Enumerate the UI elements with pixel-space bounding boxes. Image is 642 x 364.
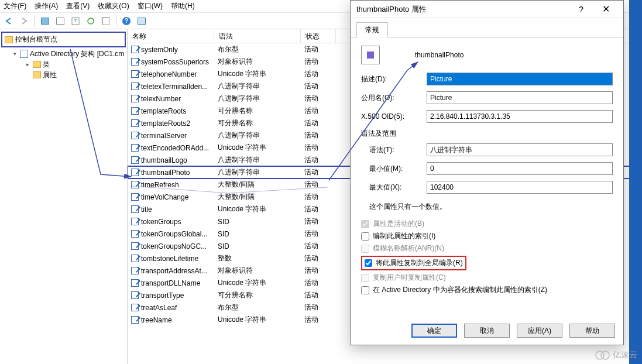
attribute-icon [131, 267, 139, 274]
checkbox-container-index[interactable] [361, 286, 369, 294]
cancel-button[interactable]: 取消 [464, 324, 510, 338]
check-index[interactable]: 编制此属性的索引(I) [361, 230, 613, 242]
back-button[interactable] [2, 15, 16, 28]
refresh-button[interactable] [84, 15, 98, 28]
attribute-icon [131, 144, 139, 152]
col-name[interactable]: 名称 [128, 29, 214, 43]
export-button[interactable] [68, 15, 83, 28]
check-active: 属性是活动的(B) [361, 218, 613, 230]
tree-classes[interactable]: ▸ 类 [1, 59, 126, 70]
close-icon[interactable]: ✕ [594, 2, 617, 16]
menu-help[interactable]: 帮助(H) [171, 1, 195, 11]
svg-point-3 [601, 351, 609, 359]
tree-classes-label: 类 [43, 60, 50, 70]
tree-attrs-label: 属性 [43, 70, 57, 80]
attribute-icon [131, 291, 139, 299]
ok-button[interactable]: 确定 [411, 324, 457, 338]
label-syntax-range: 语法及范围 [361, 129, 613, 139]
attribute-icon [131, 230, 139, 238]
label-oid: X.500 OID(5): [361, 112, 427, 121]
list-view-button[interactable] [53, 15, 67, 28]
check-container-index[interactable]: 在 Active Directory 中为容器化搜索编制此属性的索引(Z) [361, 284, 613, 296]
max-input[interactable] [427, 181, 613, 194]
attribute-icon [131, 218, 139, 225]
attribute-icon [131, 83, 139, 90]
desktop-edge [629, 0, 642, 364]
menu-action[interactable]: 操作(A) [35, 1, 58, 11]
forward-button[interactable] [18, 15, 32, 28]
expand-icon[interactable]: ▸ [25, 61, 31, 68]
attribute-icon [131, 279, 139, 287]
dialog-attr-name: thumbnailPhoto [415, 51, 464, 59]
attribute-icon [131, 58, 139, 66]
attribute-icon [131, 255, 139, 262]
attribute-icon [131, 119, 139, 127]
attribute-icon [131, 316, 139, 324]
watermark-icon [595, 351, 610, 360]
dialog-title-text: thumbnailPhoto 属性 [356, 4, 427, 15]
label-single-value: 这个属性只有一个数值。 [361, 200, 613, 218]
label-syntax: 语法(T): [361, 145, 427, 155]
folder-icon [33, 61, 41, 68]
schema-icon [20, 50, 28, 58]
folder-icon [33, 71, 41, 78]
label-max: 最大值(X): [361, 183, 427, 193]
attribute-icon [131, 193, 139, 201]
checkbox-replicate[interactable] [365, 259, 372, 267]
min-input[interactable] [427, 162, 613, 175]
watermark: 亿速云 [595, 350, 637, 360]
tree-attributes[interactable]: 属性 [1, 70, 126, 80]
apply-button[interactable]: 应用(A) [517, 324, 562, 338]
properties-button[interactable] [99, 15, 113, 28]
label-common-name: 公用名(O): [361, 93, 427, 103]
syntax-field [427, 143, 613, 156]
attribute-icon [131, 70, 139, 78]
col-status[interactable]: 状态 [301, 29, 336, 43]
tree-panel: 控制台根节点 ▾ Active Directory 架构 [DC1.cm ▸ 类… [0, 29, 128, 364]
common-name-field [427, 91, 613, 104]
tree-ad-schema[interactable]: ▾ Active Directory 架构 [DC1.cm [1, 49, 126, 59]
checkbox-anr [361, 245, 369, 253]
check-copy-user: 复制用户时复制属性(C) [361, 272, 613, 284]
collapse-icon[interactable]: ▾ [12, 51, 18, 57]
help-button[interactable]: 帮助 [569, 324, 615, 338]
menu-fav[interactable]: 收藏夹(O) [98, 1, 129, 11]
tree-root-label: 控制台根节点 [15, 35, 57, 44]
description-input[interactable] [427, 73, 613, 85]
folder-icon [5, 36, 13, 43]
highlight-replicate: 将此属性复制到全局编录(R) [361, 256, 466, 270]
tab-general[interactable]: 常规 [356, 22, 388, 37]
col-syntax[interactable]: 语法 [214, 29, 301, 43]
attribute-icon [131, 181, 139, 188]
help-button[interactable]: ? [119, 15, 133, 28]
extra-button[interactable] [135, 15, 149, 28]
attribute-icon [131, 156, 139, 164]
label-min: 最小值(M): [361, 164, 427, 174]
label-description: 描述(D): [361, 74, 427, 84]
menu-view[interactable]: 查看(V) [66, 1, 90, 11]
attribute-icon [131, 107, 139, 115]
tab-strip: 常规 [351, 18, 623, 37]
help-icon[interactable]: ? [579, 4, 583, 14]
checkbox-copy-user [361, 274, 369, 282]
attribute-icon [131, 169, 139, 176]
attribute-icon [131, 95, 139, 102]
attribute-icon [131, 132, 139, 139]
attribute-icon [131, 46, 139, 53]
checkbox-active [361, 220, 369, 228]
checkbox-index[interactable] [361, 232, 369, 241]
attribute-icon [131, 304, 139, 311]
menu-window[interactable]: 窗口(W) [138, 1, 163, 11]
attribute-icon [131, 242, 139, 250]
properties-dialog: thumbnailPhoto 属性 ? ✕ 常规 thumbnailPhoto … [350, 0, 624, 345]
tree-root[interactable]: 控制台根节点 [1, 32, 126, 47]
oid-field [427, 110, 613, 123]
svg-point-1 [88, 18, 94, 24]
attribute-icon [131, 205, 139, 213]
check-anr: 模糊名称解析(ANR)(N) [361, 242, 613, 255]
menu-file[interactable]: 文件(F) [4, 1, 26, 11]
folder-button[interactable] [38, 15, 52, 28]
dialog-titlebar[interactable]: thumbnailPhoto 属性 ? ✕ [351, 1, 623, 18]
attribute-icon [361, 46, 380, 64]
tree-ad-label: Active Directory 架构 [DC1.cm [30, 49, 124, 59]
